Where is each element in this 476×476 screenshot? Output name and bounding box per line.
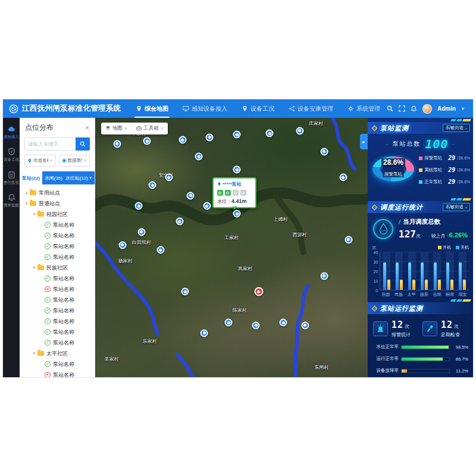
tree-item[interactable]: ✓泵站名称 [20,316,95,327]
station-marker[interactable] [113,140,121,148]
pump-total-value: 100 [425,138,448,150]
street-select[interactable]: 石敏街道 ▾ [443,203,470,211]
station-marker[interactable] [252,321,260,329]
tree-folder[interactable]: ▴常用站点 [20,187,95,198]
folder-label: 普通站点 [39,200,60,208]
close-icon[interactable]: × [85,124,89,131]
station-marker[interactable] [201,329,208,337]
dispatch-unit: 次 [416,233,421,239]
legend-pct: /28.6% [457,180,470,184]
gridline [380,280,469,280]
stat-unit: 次 [454,324,459,329]
bell-icon[interactable] [411,105,417,112]
station-marker[interactable] [206,133,214,141]
runtime-stat-label: 定期检查 [441,331,460,338]
search-button[interactable] [76,137,90,151]
tree-item[interactable]: ✓泵站名称 [20,273,95,284]
tab-水位站(12)[interactable]: 水位站(12) [65,171,89,184]
station-marker[interactable] [233,131,241,139]
more-icon[interactable]: ⋮ [470,105,473,112]
station-marker[interactable] [176,218,183,226]
slash-decoration: / [399,218,400,226]
nav-item-设备安康管理[interactable]: 设备安康管理 [282,99,340,118]
panel-collapse-button[interactable]: ► [360,134,368,149]
filter-select-街道名称[interactable]: 街道名称▼ [24,155,56,167]
filter-select-数据类型[interactable]: 数据类型▼ [59,155,90,167]
station-marker[interactable] [339,174,347,181]
station-marker[interactable] [143,137,151,145]
chevron-down-icon[interactable]: ▼ [89,171,95,184]
sidebar-item-感知接入[interactable]: 感知接入 [4,125,20,139]
tree-item[interactable]: ✓泵站名称 [20,305,95,316]
bar-开机 [450,280,453,290]
runtime-stat-info: 12次报警统计 [392,320,411,338]
fullscreen-icon[interactable] [399,105,405,112]
legend-pct: /28.6% [457,156,470,160]
tree-folder[interactable]: ▾桂园社区 [20,209,95,220]
map[interactable]: 中余村庄家村安全村上姆村西源村工家村白田坝村杨家村凤家村陈家村乐家村吴家村东闸村… [95,118,368,377]
tree-folder[interactable]: ▾太平社区 [20,348,95,359]
station-marker[interactable] [296,127,303,134]
station-marker[interactable] [149,181,156,189]
tree-folder[interactable]: ▾普通站点 [20,198,95,209]
x-axis-labels: 桂园民族太平国新合阳桐湖瑞宝 [380,290,469,298]
chevron-down-icon[interactable]: ∨ [461,106,465,111]
station-marker[interactable] [195,153,203,161]
runtime-stat-label: 报警统计 [392,331,411,338]
runtime-stat-定期检查: 12次定期检查 [422,320,468,338]
search-input[interactable] [24,137,76,151]
tree-item[interactable]: ✓泵站名称 [20,230,95,241]
alarm-station-marker[interactable] [254,287,263,296]
map-layer-button[interactable]: 地图 ∨ [101,123,131,134]
progress-row-水位正常率: 水位正常率98.5% [372,344,468,350]
station-marker[interactable] [320,272,328,280]
sidebar-item-设备工况[interactable]: 设备工况 [4,148,20,161]
search-icon[interactable] [387,105,393,112]
tree-item[interactable]: ✓泵站名称 [20,252,95,262]
filter-row: 街道名称▼数据类型▼ [24,155,90,167]
legend-row-正常泵站: 正常泵站29/28.6% [419,178,470,185]
station-marker[interactable] [165,174,173,181]
tree-item[interactable]: ✓泵站名称 [20,327,95,337]
tree-item[interactable]: ✕泵站名称 [20,284,95,295]
tree-item[interactable]: ✓泵站名称 [20,337,95,348]
nav-item-系统管理[interactable]: 系统管理 [341,99,387,118]
tree-folder[interactable]: ▾民族社区 [20,262,95,273]
water-level-label: 水位： [217,199,231,204]
nav-item-感知设备接入[interactable]: 感知设备接入 [176,99,234,118]
sidebar-item-预警提醒[interactable]: 预警提醒 [4,193,20,207]
tree-item[interactable]: ✕泵站名称 [20,369,95,377]
nav-item-设备工况[interactable]: 设备工况 [235,99,281,118]
station-marker[interactable] [137,228,145,236]
station-marker[interactable] [118,241,126,249]
tab-水闸(35)[interactable]: 水闸(35) [42,171,65,184]
station-marker[interactable] [345,236,352,243]
station-marker[interactable] [233,166,241,174]
dot-decoration: · [386,141,388,148]
station-marker[interactable] [178,136,186,144]
user-name[interactable]: Admin [437,105,456,112]
station-marker[interactable] [181,288,189,296]
nav-item-综合地图[interactable]: 综合地图 [129,99,175,118]
tree-item[interactable]: ✓泵站名称 [20,359,95,369]
avatar[interactable] [422,104,432,114]
toolbox-button[interactable]: 工具箱 ∧ [131,123,168,134]
station-marker[interactable] [187,192,195,199]
chevron-down-icon: ▾ [465,126,467,130]
station-marker[interactable] [320,148,328,155]
station-marker[interactable] [203,202,211,210]
station-marker[interactable] [225,319,233,327]
station-marker[interactable] [280,319,287,327]
station-marker[interactable] [266,130,274,137]
sidebar-item-责任落实[interactable]: 责任落实 [4,171,20,184]
dashboard: 泵站监测 石敏街道 ▾ · 泵站总数 100 · 28.6% [368,118,473,377]
tree-item[interactable]: ✓泵站名称 [20,241,95,252]
station-marker[interactable] [156,246,164,254]
station-marker[interactable] [135,202,143,210]
street-select[interactable]: 石敏街道 ▾ [443,124,470,132]
tree-item[interactable]: ✓泵站名称 [20,295,95,305]
station-marker[interactable] [301,321,309,329]
progress-label: 运行正常率 [372,356,399,362]
tree-item[interactable]: ✓泵站名称 [20,220,95,230]
tab-泵站(22)[interactable]: 泵站(22) [20,171,42,184]
